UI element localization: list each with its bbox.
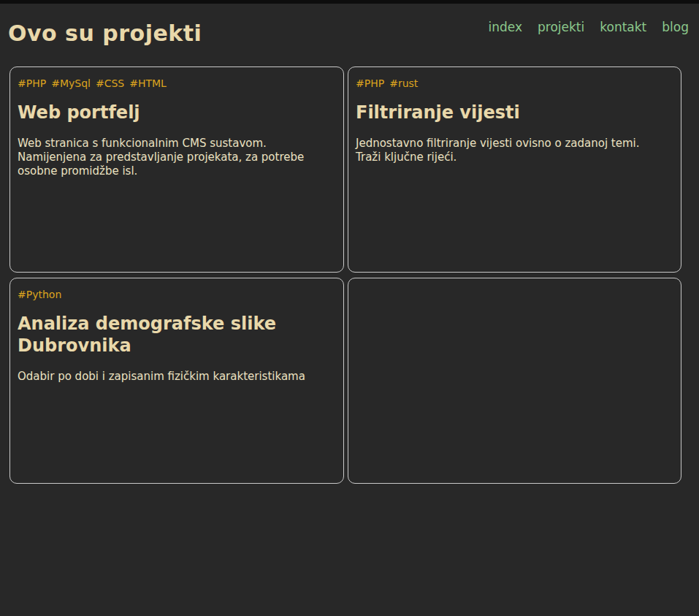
main-nav: index projekti kontakt blog — [489, 20, 689, 34]
card-description: Jednostavno filtriranje vijesti ovisno o… — [356, 137, 673, 164]
card-tags: #PHP#rust — [356, 77, 673, 90]
card-tags: #PHP#MySql#CSS#HTML — [18, 77, 336, 90]
page-header: Ovo su projekti index projekti kontakt b… — [0, 4, 699, 47]
card-description: Web stranica s funkcionalnim CMS sustavo… — [18, 137, 336, 178]
nav-link-index[interactable]: index — [489, 20, 523, 34]
tag-link[interactable]: #Python — [18, 289, 61, 301]
nav-link-projekti[interactable]: projekti — [538, 20, 584, 34]
tag-link[interactable]: #CSS — [96, 77, 124, 90]
nav-link-kontakt[interactable]: kontakt — [600, 20, 646, 34]
page-title: Ovo su projekti — [8, 20, 202, 47]
tag-link[interactable]: #PHP — [356, 77, 384, 90]
project-card: #PHP#MySql#CSS#HTML Web portfelj Web str… — [9, 66, 344, 273]
project-card: #Python Analiza demografske slike Dubrov… — [9, 278, 344, 484]
card-tags: #Python — [18, 289, 336, 301]
nav-link-blog[interactable]: blog — [662, 20, 689, 34]
project-card: #PHP#rust Filtriranje vijesti Jednostavn… — [348, 66, 681, 273]
tag-link[interactable]: #PHP — [18, 77, 46, 90]
tag-link[interactable]: #MySql — [51, 77, 91, 90]
card-description: Odabir po dobi i zapisanim fizičkim kara… — [18, 370, 336, 384]
card-title: Filtriranje vijesti — [356, 102, 673, 123]
project-card-empty — [348, 278, 681, 484]
projects-grid: #PHP#MySql#CSS#HTML Web portfelj Web str… — [9, 66, 681, 484]
card-title: Web portfelj — [18, 102, 336, 123]
tag-link[interactable]: #HTML — [129, 77, 167, 90]
card-title: Analiza demografske slike Dubrovnika — [18, 313, 336, 357]
tag-link[interactable]: #rust — [389, 77, 418, 90]
